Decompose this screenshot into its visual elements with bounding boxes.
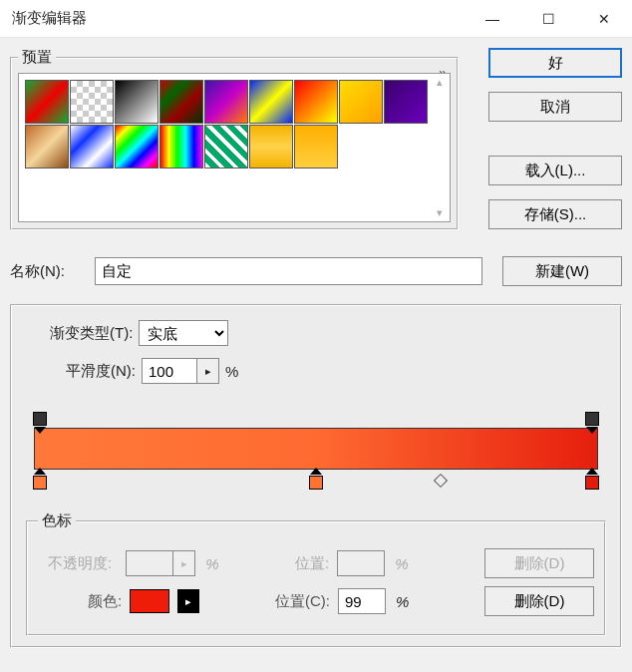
preset-fieldset: 预置 » ▴ ▾ <box>10 48 459 230</box>
gradient-fieldset: 渐变类型(T): 实底 平滑度(N): ▸ % 色标 不透明度: ▸ <box>10 304 622 648</box>
color-delete-button[interactable]: 删除(D) <box>484 586 594 616</box>
preset-swatch[interactable] <box>70 125 114 168</box>
preset-scrollbar[interactable]: ▴ ▾ <box>432 76 448 219</box>
opacity-delete-button: 删除(D) <box>484 548 594 578</box>
preset-swatch[interactable] <box>115 125 158 168</box>
name-label: 名称(N): <box>10 262 95 281</box>
opacity-stop[interactable] <box>33 412 47 426</box>
preset-swatch[interactable] <box>384 80 428 124</box>
color-pos-label: 位置(C): <box>275 592 330 611</box>
new-button[interactable]: 新建(W) <box>502 256 622 286</box>
color-stop[interactable] <box>585 476 599 490</box>
smoothness-label: 平滑度(N): <box>66 362 136 381</box>
preset-swatch[interactable] <box>115 80 158 124</box>
preset-swatch-grid <box>25 80 428 168</box>
opacity-unit: % <box>205 555 218 572</box>
preset-swatch[interactable] <box>294 80 338 124</box>
smoothness-input[interactable] <box>142 358 197 384</box>
color-swatch-menu[interactable]: ▸ <box>177 589 199 613</box>
preset-swatch[interactable] <box>339 80 383 124</box>
maximize-button[interactable]: ☐ <box>520 0 576 37</box>
window-title: 渐变编辑器 <box>12 9 87 28</box>
color-label: 颜色: <box>88 592 122 611</box>
midpoint-diamond[interactable] <box>433 474 447 488</box>
color-swatch[interactable] <box>130 589 169 613</box>
scroll-up-icon[interactable]: ▴ <box>432 76 448 89</box>
preset-swatch[interactable] <box>25 80 69 124</box>
opacity-pos-unit: % <box>395 555 408 572</box>
scroll-down-icon[interactable]: ▾ <box>432 206 448 219</box>
close-button[interactable]: ✕ <box>576 0 632 37</box>
preset-swatch[interactable] <box>159 125 203 168</box>
opacity-pos-label: 位置: <box>295 554 329 573</box>
preset-swatch[interactable] <box>249 125 293 168</box>
preset-swatch[interactable] <box>249 80 293 124</box>
opacity-input <box>126 550 173 576</box>
grad-type-label: 渐变类型(T): <box>50 324 133 343</box>
preset-swatch[interactable] <box>204 80 248 124</box>
color-stop[interactable] <box>33 476 47 490</box>
ok-button[interactable]: 好 <box>488 48 622 78</box>
preset-swatch[interactable] <box>159 80 203 124</box>
color-stop[interactable] <box>309 476 323 490</box>
preset-swatch[interactable] <box>294 125 338 168</box>
colorstop-legend: 色标 <box>38 511 76 530</box>
save-button[interactable]: 存储(S)... <box>488 199 622 229</box>
opacity-stop[interactable] <box>585 412 599 426</box>
colorstop-fieldset: 色标 不透明度: ▸ % 位置: % 删除(D) 颜色: ▸ <box>26 511 606 636</box>
opacity-stepper: ▸ <box>173 550 195 576</box>
preset-swatch[interactable] <box>25 125 69 168</box>
preset-swatch[interactable] <box>204 125 248 168</box>
preset-legend: 预置 <box>18 48 56 67</box>
color-pos-input[interactable] <box>338 588 386 614</box>
opacity-pos-input <box>337 550 385 576</box>
load-button[interactable]: 载入(L)... <box>488 156 622 185</box>
cancel-button[interactable]: 取消 <box>488 92 622 122</box>
minimize-button[interactable]: — <box>465 0 520 37</box>
grad-type-select[interactable]: 实底 <box>139 320 228 346</box>
smoothness-unit: % <box>225 363 238 380</box>
preset-swatch[interactable] <box>70 80 114 124</box>
color-pos-unit: % <box>396 593 409 610</box>
smoothness-stepper[interactable]: ▸ <box>197 358 219 384</box>
opacity-label: 不透明度: <box>48 554 112 573</box>
name-input[interactable] <box>95 257 482 285</box>
